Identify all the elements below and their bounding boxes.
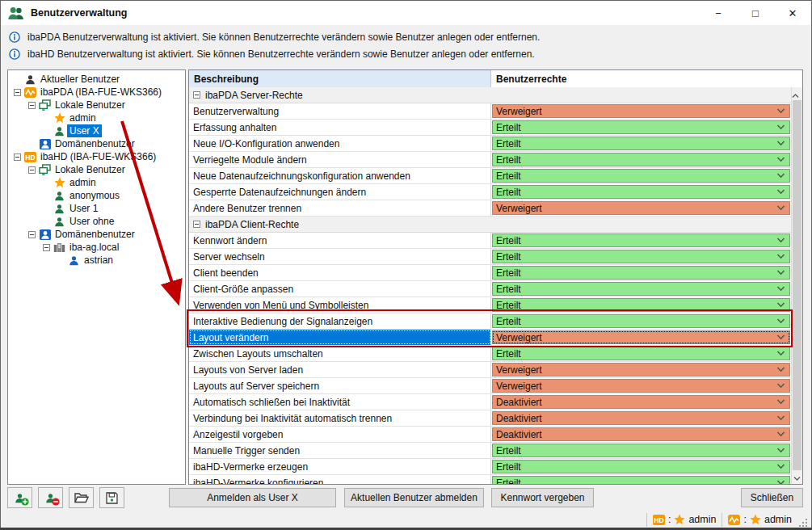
right-value-dropdown[interactable]: Erteilt xyxy=(492,137,790,150)
right-value-dropdown[interactable]: Erteilt xyxy=(492,347,790,360)
user-tree[interactable]: Aktueller BenutzeribaPDA (IBA-FUE-WKS366… xyxy=(7,69,186,485)
right-value-dropdown[interactable]: Erteilt xyxy=(492,185,790,199)
right-description[interactable]: Manuelle Trigger senden xyxy=(189,443,491,458)
right-value-dropdown[interactable]: Deaktiviert xyxy=(492,395,790,409)
tree-item[interactable]: astrian xyxy=(8,254,185,267)
right-value-dropdown[interactable]: Verweigert xyxy=(492,201,790,215)
right-value-dropdown[interactable]: Erteilt xyxy=(492,476,790,484)
right-value-dropdown[interactable]: Erteilt xyxy=(492,460,790,473)
tree-item[interactable]: Domänenbenutzer xyxy=(8,137,185,150)
right-value: Verweigert xyxy=(496,381,542,392)
maximize-button[interactable]: □ xyxy=(737,1,774,25)
tree-item[interactable]: ibaPDA (IBA-FUE-WKS366) xyxy=(8,86,185,99)
right-description[interactable]: ibaHD-Vermerke konfigurieren xyxy=(189,475,491,484)
right-value-dropdown[interactable]: Verweigert xyxy=(492,379,790,393)
right-value-dropdown[interactable]: Erteilt xyxy=(492,444,790,457)
domain-users-badge-icon xyxy=(37,229,53,240)
right-value-dropdown[interactable]: Erteilt xyxy=(492,120,790,134)
expander-minus-icon[interactable] xyxy=(41,244,52,251)
right-description[interactable]: Server wechseln xyxy=(189,249,491,264)
right-description[interactable]: Zwischen Layouts umschalten xyxy=(189,346,491,361)
collapse-icon[interactable] xyxy=(193,91,200,99)
expander-minus-icon[interactable] xyxy=(27,102,37,109)
right-value-dropdown[interactable]: Deaktiviert xyxy=(492,411,790,425)
right-description[interactable]: Anzeigestil vorgeben xyxy=(189,427,491,442)
collapse-icon[interactable] xyxy=(193,221,200,228)
right-value-dropdown[interactable]: Erteilt xyxy=(492,314,790,328)
right-description[interactable]: Verbindung bei Inaktivität automatisch t… xyxy=(189,410,491,426)
group-row[interactable]: ibaPDA Server-Rechte xyxy=(189,87,791,103)
table-row: BenutzerverwaltungVerweigert xyxy=(189,103,791,120)
svg-text:HD: HD xyxy=(25,154,35,162)
user-management-dialog: Benutzerverwaltung − □ ✕ ibaPDA Benutzer… xyxy=(0,0,812,528)
window-title: Benutzerverwaltung xyxy=(31,7,127,19)
right-value-dropdown[interactable]: Erteilt xyxy=(492,153,790,166)
right-description[interactable]: Layouts auf Server speichern xyxy=(189,378,491,393)
close-button[interactable]: ✕ xyxy=(774,1,811,25)
right-description[interactable]: Layouts von Server laden xyxy=(189,362,491,377)
right-description[interactable]: Client beenden xyxy=(189,265,491,280)
logout-current-user-button[interactable]: Aktuellen Benutzer abmelden xyxy=(344,488,484,507)
right-value-dropdown[interactable]: Erteilt xyxy=(492,169,790,183)
scroll-down-icon[interactable] xyxy=(792,472,802,484)
open-folder-button[interactable] xyxy=(69,487,94,508)
tree-item[interactable]: User X xyxy=(8,124,185,137)
expander-minus-icon[interactable] xyxy=(27,166,37,174)
tree-item[interactable]: admin xyxy=(8,176,185,189)
right-value-dropdown[interactable]: Verweigert xyxy=(492,363,790,376)
right-value-dropdown[interactable]: Erteilt xyxy=(492,298,790,312)
right-value-dropdown[interactable]: Verweigert xyxy=(492,104,790,118)
tree-item[interactable]: Lokale Benutzer xyxy=(8,163,185,176)
right-description[interactable]: Andere Benutzer trennen xyxy=(189,200,491,216)
right-description[interactable]: Kennwort ändern xyxy=(189,233,491,248)
rights-table: Beschreibung Benutzerrechte ibaPDA Serve… xyxy=(188,69,803,485)
right-description[interactable]: Benutzerverwaltung xyxy=(189,103,491,119)
right-description[interactable]: Neue Datenaufzeichnungskonfiguration anw… xyxy=(189,168,491,183)
tree-item[interactable]: Aktueller Benutzer xyxy=(8,73,185,86)
right-value-dropdown[interactable]: Erteilt xyxy=(492,282,790,296)
right-description[interactable]: Client-Größe anpassen xyxy=(189,281,491,297)
resize-grip-icon[interactable] xyxy=(799,515,810,528)
add-user-button[interactable] xyxy=(7,487,32,508)
tree-item[interactable]: HDibaHD (IBA-FUE-WKS366) xyxy=(8,150,185,163)
tree-item[interactable]: User ohne xyxy=(8,215,185,228)
tree-item[interactable]: iba-ag.local xyxy=(8,241,185,254)
tree-item[interactable]: Domänenbenutzer xyxy=(8,228,185,241)
right-description[interactable]: Verriegelte Module ändern xyxy=(189,152,491,167)
tree-item[interactable]: admin xyxy=(8,111,185,124)
right-description[interactable]: ibaHD-Vermerke erzeugen xyxy=(189,459,491,474)
right-description[interactable]: Neue I/O-Konfiguration anwenden xyxy=(189,136,491,151)
minimize-button[interactable]: − xyxy=(700,1,737,25)
right-value-dropdown[interactable]: Erteilt xyxy=(492,266,790,280)
column-header-description[interactable]: Beschreibung xyxy=(189,70,491,87)
set-password-button[interactable]: Kennwort vergeben xyxy=(491,488,594,507)
remove-user-button[interactable] xyxy=(38,487,63,508)
expander-minus-icon[interactable] xyxy=(12,89,23,96)
vertical-scrollbar[interactable] xyxy=(791,87,802,484)
right-description[interactable]: Automatisch schließen bei Inaktivität xyxy=(189,394,491,410)
column-header-rights[interactable]: Benutzerrechte xyxy=(491,70,802,87)
group-row[interactable]: ibaPDA Client-Rechte xyxy=(189,217,791,233)
expander-minus-icon[interactable] xyxy=(27,231,37,238)
scrollbar-thumb[interactable] xyxy=(793,100,801,470)
star-icon xyxy=(52,177,67,188)
right-description[interactable]: Erfassung anhalten xyxy=(189,120,491,135)
tree-item[interactable]: anonymous xyxy=(8,189,185,202)
right-description[interactable]: Layout verändern xyxy=(189,330,491,345)
right-value-dropdown[interactable]: Verweigert xyxy=(492,330,790,344)
chevron-down-icon xyxy=(776,141,785,146)
add-user-icon xyxy=(15,493,25,503)
right-description[interactable]: Verwenden von Menü und Symbolleisten xyxy=(189,297,491,313)
expander-minus-icon[interactable] xyxy=(12,154,23,161)
close-dialog-button[interactable]: Schließen xyxy=(741,488,803,507)
tree-item[interactable]: User 1 xyxy=(8,202,185,215)
right-value-dropdown[interactable]: Erteilt xyxy=(492,250,790,263)
right-description[interactable]: Gesperrte Datenaufzeichnungen ändern xyxy=(189,184,491,200)
tree-item[interactable]: Lokale Benutzer xyxy=(8,99,185,111)
right-description[interactable]: Interaktive Bedienung der Signalanzeigen xyxy=(189,313,491,329)
table-row: Interaktive Bedienung der Signalanzeigen… xyxy=(189,313,791,330)
right-value-dropdown[interactable]: Erteilt xyxy=(492,233,790,247)
login-as-user-button[interactable]: Anmelden als User X xyxy=(169,488,336,507)
right-value-dropdown[interactable]: Deaktiviert xyxy=(492,427,790,441)
save-button[interactable] xyxy=(99,487,124,508)
